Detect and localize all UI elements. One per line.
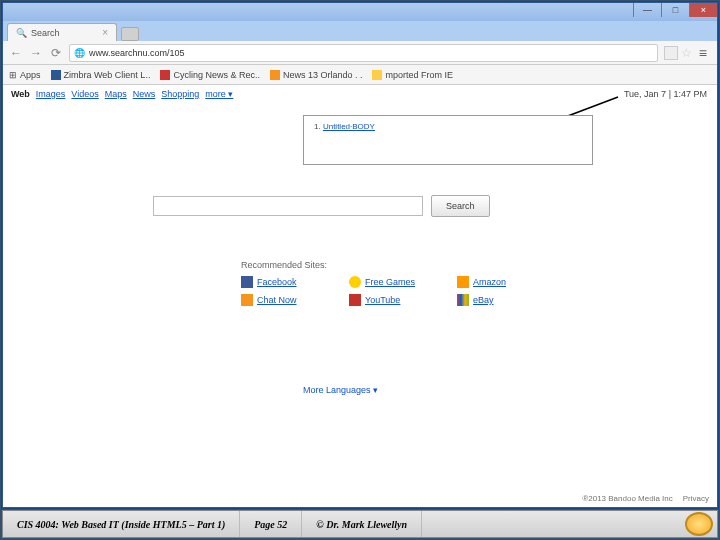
- page-content: Web Images Videos Maps News Shopping mor…: [3, 85, 717, 507]
- result-box: 1. Untitled·BODY: [303, 115, 593, 165]
- bookmark-label: News 13 Orlando . .: [283, 70, 363, 80]
- recommended-title: Recommended Sites:: [241, 260, 557, 270]
- chat-icon: [241, 294, 253, 306]
- facebook-icon: [241, 276, 253, 288]
- bookmark-bar: ⊞ Apps Zimbra Web Client L.. Cycling New…: [3, 65, 717, 85]
- bookmark-cycling[interactable]: Cycling News & Rec..: [160, 70, 260, 80]
- site-link: Amazon: [473, 277, 506, 287]
- privacy-link[interactable]: Privacy: [683, 494, 709, 503]
- site-ebay[interactable]: eBay: [457, 294, 557, 306]
- more-languages-link[interactable]: More Languages ▾: [303, 385, 378, 395]
- bookmark-icon: [160, 70, 170, 80]
- site-amazon[interactable]: Amazon: [457, 276, 557, 288]
- result-item: 1. Untitled·BODY: [304, 116, 592, 137]
- close-button[interactable]: ×: [689, 3, 717, 17]
- ucf-logo-icon: [685, 512, 713, 536]
- globe-icon: 🌐: [74, 48, 85, 58]
- bookmark-zimbra[interactable]: Zimbra Web Client L..: [51, 70, 151, 80]
- slide-footer: CIS 4004: Web Based IT (Inside HTML5 – P…: [2, 510, 718, 538]
- site-youtube[interactable]: YouTube: [349, 294, 449, 306]
- globe-icon: 🔍: [16, 28, 27, 38]
- menu-button[interactable]: ≡: [695, 45, 711, 61]
- site-link: eBay: [473, 295, 494, 305]
- bookmark-label: mported From IE: [385, 70, 453, 80]
- bookmark-icon: [51, 70, 61, 80]
- bookmark-news13[interactable]: News 13 Orlando . .: [270, 70, 363, 80]
- apps-button[interactable]: ⊞ Apps: [9, 70, 41, 80]
- bookmark-icon: [270, 70, 280, 80]
- copyright-text: ®2013 Bandoo Media Inc: [582, 494, 672, 503]
- bookmark-label: Zimbra Web Client L..: [64, 70, 151, 80]
- url-text: www.searchnu.com/105: [89, 48, 185, 58]
- site-link: Facebook: [257, 277, 297, 287]
- bookmark-star-icon[interactable]: ☆: [681, 46, 692, 60]
- timestamp: Tue, Jan 7 | 1:47 PM: [624, 89, 707, 99]
- search-row: Search: [153, 195, 490, 217]
- browser-window: — □ × 🔍 Search × ← → ⟳ 🌐 www.searchnu.co…: [2, 2, 718, 508]
- bookmark-imported[interactable]: mported From IE: [372, 70, 453, 80]
- forward-button[interactable]: →: [29, 46, 43, 60]
- url-bar[interactable]: 🌐 www.searchnu.com/105: [69, 44, 658, 62]
- search-button[interactable]: Search: [431, 195, 490, 217]
- nav-shopping[interactable]: Shopping: [161, 89, 199, 99]
- page-footer: ®2013 Bandoo Media Inc Privacy: [582, 494, 709, 503]
- site-link: Chat Now: [257, 295, 297, 305]
- youtube-icon: [349, 294, 361, 306]
- apps-icon: ⊞: [9, 70, 17, 80]
- maximize-button[interactable]: □: [661, 3, 689, 17]
- result-number: 1.: [314, 122, 323, 131]
- tab-bar: 🔍 Search ×: [3, 21, 717, 41]
- tab-search[interactable]: 🔍 Search ×: [7, 23, 117, 41]
- nav-maps[interactable]: Maps: [105, 89, 127, 99]
- nav-web[interactable]: Web: [11, 89, 30, 99]
- smiley-icon: [349, 276, 361, 288]
- nav-videos[interactable]: Videos: [71, 89, 98, 99]
- site-chatnow[interactable]: Chat Now: [241, 294, 341, 306]
- site-link: YouTube: [365, 295, 400, 305]
- minimize-button[interactable]: —: [633, 3, 661, 17]
- apps-label: Apps: [20, 70, 41, 80]
- nav-images[interactable]: Images: [36, 89, 66, 99]
- bookmark-label: Cycling News & Rec..: [173, 70, 260, 80]
- site-facebook[interactable]: Facebook: [241, 276, 341, 288]
- reload-button[interactable]: ⟳: [49, 46, 63, 60]
- slide-author: © Dr. Mark Llewellyn: [302, 511, 422, 537]
- tab-close-icon[interactable]: ×: [102, 27, 108, 38]
- tab-title: Search: [31, 28, 60, 38]
- nav-news[interactable]: News: [133, 89, 156, 99]
- search-input[interactable]: [153, 196, 423, 216]
- folder-icon: [372, 70, 382, 80]
- amazon-icon: [457, 276, 469, 288]
- extension-icon[interactable]: [664, 46, 678, 60]
- recommended-sites: Recommended Sites: Facebook Free Games A…: [241, 260, 557, 306]
- titlebar: — □ ×: [3, 3, 717, 21]
- ebay-icon: [457, 294, 469, 306]
- slide-course: CIS 4004: Web Based IT (Inside HTML5 – P…: [3, 511, 240, 537]
- site-link: Free Games: [365, 277, 415, 287]
- back-button[interactable]: ←: [9, 46, 23, 60]
- site-freegames[interactable]: Free Games: [349, 276, 449, 288]
- nav-more[interactable]: more ▾: [205, 89, 233, 99]
- slide-page: Page 52: [240, 511, 302, 537]
- result-link[interactable]: Untitled·BODY: [323, 122, 375, 131]
- toolbar: ← → ⟳ 🌐 www.searchnu.com/105 ☆ ≡: [3, 41, 717, 65]
- new-tab-button[interactable]: [121, 27, 139, 41]
